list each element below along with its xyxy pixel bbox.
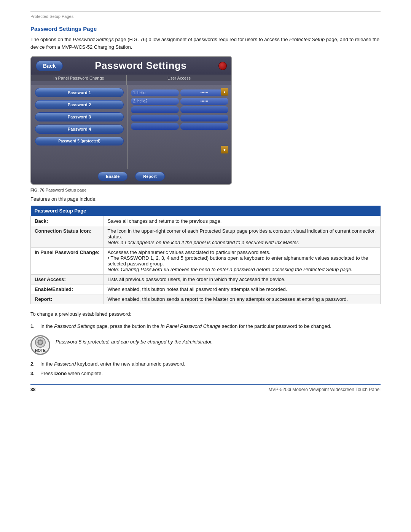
password3-button[interactable]: Password 3 [35, 112, 124, 121]
password2-button[interactable]: Password 2 [35, 100, 124, 109]
password4-button[interactable]: Password 4 [35, 125, 124, 134]
table-row: Enable/Enabled:When enabled, this button… [31, 284, 381, 294]
steps-list: 1. In the Password Settings page, press … [30, 323, 381, 329]
step-1: 1. In the Password Settings page, press … [30, 323, 381, 329]
user-name-4 [131, 115, 179, 121]
table-feature-cell: Connection Status icon: [31, 226, 104, 248]
panel-body: Password 1 Password 2 Password 3 Passwor… [31, 85, 231, 169]
user-pw-3 [180, 106, 228, 113]
scroll-up-button[interactable]: ▲ [221, 88, 228, 96]
password5-button[interactable]: Password 5 (protected) [35, 137, 124, 145]
table-feature-cell: Enable/Enabled: [31, 284, 104, 294]
user-row-1: 1. hello •••••• [131, 89, 228, 96]
user-access-grid: 1. hello •••••• 2. hello2 •••••• [131, 89, 228, 130]
report-button[interactable]: Report [135, 172, 164, 181]
note-label: NOTE [35, 348, 46, 353]
step-2: 2. In the Password keyboard, enter the n… [30, 361, 381, 367]
table-description-cell: Saves all changes and returns to the pre… [104, 216, 381, 226]
password1-button[interactable]: Password 1 [35, 88, 124, 97]
user-row-4 [131, 115, 228, 121]
features-intro: Features on this page include: [30, 196, 381, 202]
fig-caption: FIG. 76 Password Setup page [30, 188, 381, 192]
table-description-cell: When enabled, this button sends a report… [104, 294, 381, 304]
svg-point-1 [39, 341, 42, 344]
user-name-2: 2. hello2 [131, 98, 179, 105]
step-3: 3. Press Done when complete. [30, 371, 381, 376]
product-name: MVP-5200i Modero Viewpoint Widescreen To… [269, 387, 381, 392]
table-row: In Panel Password Change:Accesses the al… [31, 248, 381, 275]
section-heading: Password Settings Page [30, 26, 381, 32]
panel-title: Password Settings [67, 60, 215, 72]
enable-button[interactable]: Enable [98, 172, 127, 181]
user-row-3 [131, 106, 228, 113]
page-footer: 88 MVP-5200i Modero Viewpoint Widescreen… [30, 384, 381, 392]
table-feature-cell: Report: [31, 294, 104, 304]
panel-footer: Enable Report [31, 169, 231, 184]
table-row: Back:Saves all changes and returns to th… [31, 216, 381, 226]
table-description-cell: The icon in the upper-right corner of ea… [104, 226, 381, 248]
right-pane-title: User Access [127, 75, 231, 81]
table-feature-cell: Back: [31, 216, 104, 226]
user-pw-4 [180, 115, 228, 121]
panel-screenshot: Back Password Settings In Panel Password… [30, 56, 232, 185]
user-pw-5 [180, 123, 228, 130]
table-row: Connection Status icon:The icon in the u… [31, 226, 381, 248]
left-pane-title: In Panel Password Change [31, 75, 126, 81]
user-row-2: 2. hello2 •••••• [131, 98, 228, 105]
note-box: NOTE Password 5 is protected, and can on… [30, 335, 381, 355]
table-feature-cell: User Access: [31, 275, 104, 284]
scroll-down-button[interactable]: ▼ [221, 146, 228, 153]
user-name-3 [131, 106, 179, 113]
left-pane: Password 1 Password 2 Password 3 Passwor… [31, 85, 128, 169]
connection-status-icon [218, 62, 227, 70]
change-password-intro: To change a previously established passw… [30, 310, 381, 318]
table-description-cell: Accesses the alphanumeric values associa… [104, 248, 381, 275]
page-number: 88 [30, 387, 35, 392]
user-name-5 [131, 123, 179, 130]
user-name-1: 1. hello [131, 89, 179, 96]
note-icon-inner [35, 337, 46, 348]
note-icon: NOTE [30, 335, 50, 355]
user-pw-2: •••••• [180, 98, 228, 105]
intro-paragraph: The options on the Password Settings pag… [30, 36, 381, 51]
breadcrumb: Protected Setup Pages [30, 11, 381, 19]
table-description-cell: Lists all previous password users, in th… [104, 275, 381, 284]
right-pane: ▲ 1. hello •••••• 2. hello2 •••••• [128, 85, 231, 169]
table-row: User Access:Lists all previous password … [31, 275, 381, 284]
table-row: Report:When enabled, this button sends a… [31, 294, 381, 304]
panel-header: Back Password Settings [31, 57, 231, 75]
note-text: Password 5 is protected, and can only be… [56, 335, 213, 345]
features-table: Password Setup Page Back:Saves all chang… [30, 206, 381, 304]
steps-list-2: 2. In the Password keyboard, enter the n… [30, 361, 381, 376]
table-description-cell: When enabled, this button notes that all… [104, 284, 381, 294]
table-feature-cell: In Panel Password Change: [31, 248, 104, 275]
back-button[interactable]: Back [36, 61, 63, 71]
user-row-5 [131, 123, 228, 130]
table-header: Password Setup Page [31, 206, 381, 216]
